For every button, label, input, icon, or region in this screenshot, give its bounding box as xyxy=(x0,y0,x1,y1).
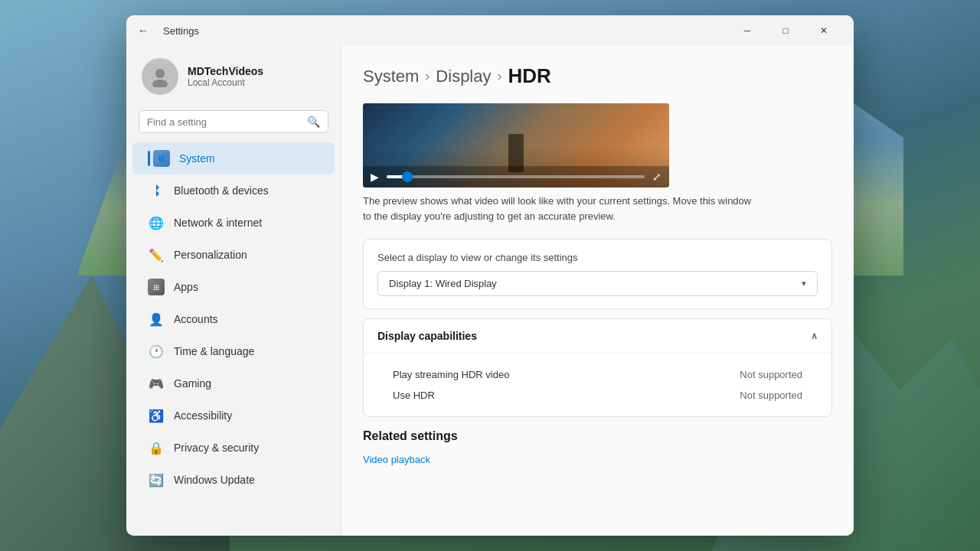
sidebar-item-gaming[interactable]: 🎮 Gaming xyxy=(132,367,335,399)
sidebar-item-label: Apps xyxy=(174,281,198,293)
sidebar-item-update[interactable]: 🔄 Windows Update xyxy=(132,464,335,496)
video-preview: ▶ ⤢ xyxy=(363,103,669,187)
sidebar-item-label: Bluetooth & devices xyxy=(174,184,269,197)
display-capabilities-header[interactable]: Display capabilities ∧ xyxy=(364,319,831,353)
capability-hdr-row: Use HDR Not supported xyxy=(377,385,818,406)
capability-streaming-row: Play streaming HDR video Not supported xyxy=(377,364,818,385)
window-controls: ─ □ ✕ xyxy=(730,19,841,42)
search-icon: 🔍 xyxy=(307,116,320,128)
user-name: MDTechVideos xyxy=(188,65,263,77)
minimize-icon: ─ xyxy=(744,25,751,36)
sidebar-item-bluetooth[interactable]: Bluetooth & devices xyxy=(132,174,335,207)
select-display-label: Select a display to view or change its s… xyxy=(377,252,818,263)
gaming-icon: 🎮 xyxy=(148,375,165,392)
avatar xyxy=(142,58,178,95)
sidebar-item-accessibility[interactable]: ♿ Accessibility xyxy=(132,399,335,432)
chevron-down-icon: ▾ xyxy=(802,279,806,289)
sidebar-item-network[interactable]: 🌐 Network & internet xyxy=(132,207,335,239)
personalization-icon: ✏️ xyxy=(148,246,165,263)
fullscreen-button[interactable]: ⤢ xyxy=(652,171,662,183)
breadcrumb-system: System xyxy=(363,67,419,86)
sidebar-item-label: Personalization xyxy=(174,249,247,261)
related-settings-section: Related settings Video playback xyxy=(363,429,832,468)
bluetooth-icon xyxy=(148,182,165,199)
progress-bar[interactable] xyxy=(387,175,645,178)
select-display-card: Select a display to view or change its s… xyxy=(363,239,832,309)
sidebar-item-system[interactable]: 🖥 System xyxy=(132,142,335,174)
minimize-button[interactable]: ─ xyxy=(730,19,765,42)
sidebar-item-privacy[interactable]: 🔒 Privacy & security xyxy=(132,432,335,464)
active-indicator xyxy=(148,151,150,166)
nav-list: 🖥 System Bluetooth & devices 🌐 Network &… xyxy=(126,142,341,496)
user-info: MDTechVideos Local Account xyxy=(188,65,263,88)
sidebar-item-label: Accounts xyxy=(174,313,218,325)
sidebar-item-label: Network & internet xyxy=(174,217,262,229)
display-dropdown-value: Display 1: Wired Display xyxy=(389,278,497,289)
privacy-icon: 🔒 xyxy=(148,439,165,456)
breadcrumb-sep-2: › xyxy=(498,68,502,84)
sidebar-item-personalization[interactable]: ✏️ Personalization xyxy=(132,239,335,271)
maximize-icon: □ xyxy=(782,25,788,36)
title-bar-left: ← Settings xyxy=(132,20,199,41)
sidebar-item-label: Windows Update xyxy=(174,474,255,486)
related-link-video-playback[interactable]: Video playback xyxy=(363,451,832,468)
play-button[interactable]: ▶ xyxy=(371,171,379,183)
breadcrumb-hdr: HDR xyxy=(508,64,551,88)
back-button[interactable]: ← xyxy=(132,20,154,41)
capabilities-body: Play streaming HDR video Not supported U… xyxy=(364,353,831,416)
back-icon: ← xyxy=(138,24,149,37)
apps-icon: ⊞ xyxy=(148,279,165,295)
preview-description: The preview shows what video will look l… xyxy=(363,194,761,223)
sidebar-item-accounts[interactable]: 👤 Accounts xyxy=(132,303,335,335)
display-dropdown[interactable]: Display 1: Wired Display ▾ xyxy=(377,271,818,296)
close-button[interactable]: ✕ xyxy=(806,19,841,42)
sidebar-item-label: System xyxy=(179,152,215,165)
search-input[interactable] xyxy=(147,116,307,128)
title-bar: ← Settings ─ □ ✕ xyxy=(126,15,854,46)
search-box[interactable]: 🔍 xyxy=(139,110,328,133)
sidebar-item-label: Time & language xyxy=(174,345,254,357)
network-icon: 🌐 xyxy=(148,214,165,231)
related-settings-title: Related settings xyxy=(363,429,832,443)
capability-hdr-value: Not supported xyxy=(740,390,802,401)
capability-streaming-label: Play streaming HDR video xyxy=(393,369,509,380)
display-capabilities-card: Display capabilities ∧ Play streaming HD… xyxy=(363,318,832,417)
accounts-icon: 👤 xyxy=(148,311,165,328)
capabilities-title: Display capabilities xyxy=(377,330,477,342)
sidebar-item-label: Gaming xyxy=(174,377,211,390)
right-panel: System › Display › HDR ▶ xyxy=(341,46,854,536)
time-icon: 🕐 xyxy=(148,343,165,360)
sidebar-item-time[interactable]: 🕐 Time & language xyxy=(132,335,335,367)
breadcrumb: System › Display › HDR xyxy=(363,64,832,88)
update-icon: 🔄 xyxy=(148,471,165,488)
sidebar-item-label: Privacy & security xyxy=(174,442,259,454)
maximize-button[interactable]: □ xyxy=(768,19,803,42)
sidebar-item-label: Accessibility xyxy=(174,409,232,422)
settings-window: ← Settings ─ □ ✕ xyxy=(126,15,854,536)
svg-point-0 xyxy=(155,69,165,78)
window-title: Settings xyxy=(163,25,199,37)
breadcrumb-sep-1: › xyxy=(425,68,430,84)
sidebar: MDTechVideos Local Account 🔍 🖥 System xyxy=(126,46,341,536)
progress-thumb xyxy=(402,171,413,182)
breadcrumb-display: Display xyxy=(436,67,491,86)
capability-hdr-label: Use HDR xyxy=(393,390,435,401)
user-profile: MDTechVideos Local Account xyxy=(126,46,341,110)
user-account-type: Local Account xyxy=(188,77,263,88)
svg-point-1 xyxy=(152,80,168,87)
sidebar-item-apps[interactable]: ⊞ Apps xyxy=(132,271,335,303)
system-icon: 🖥 xyxy=(153,150,170,167)
video-controls: ▶ ⤢ xyxy=(363,166,669,187)
accessibility-icon: ♿ xyxy=(148,407,165,424)
close-icon: ✕ xyxy=(820,25,828,36)
capability-streaming-value: Not supported xyxy=(740,369,802,380)
chevron-up-icon: ∧ xyxy=(811,331,818,341)
main-content: MDTechVideos Local Account 🔍 🖥 System xyxy=(126,46,854,536)
